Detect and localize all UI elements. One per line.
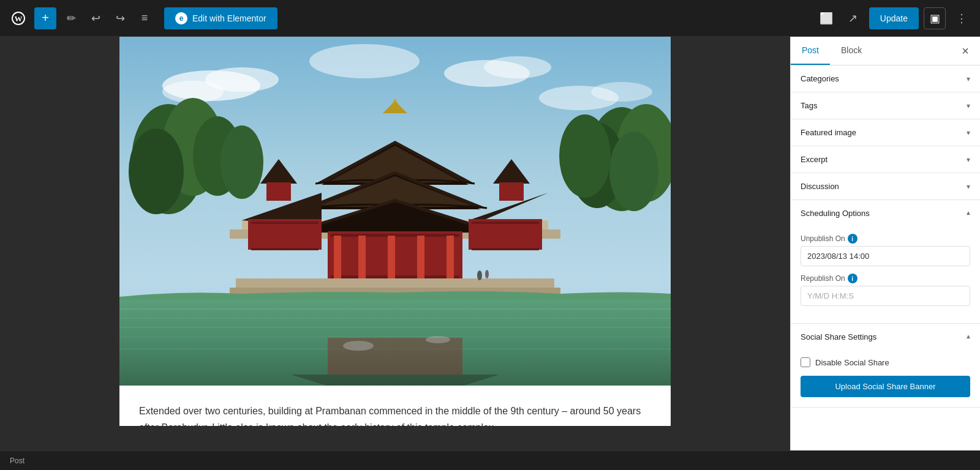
list-view-button[interactable]: ≡ [135,9,154,28]
svg-point-67 [477,270,482,280]
disable-social-share-checkbox[interactable] [801,357,810,367]
panel-featured-image: Featured image ▾ [791,119,980,146]
status-post-label: Post [10,457,24,465]
redo-icon: ↪ [116,12,125,25]
sidebar-close-button[interactable]: × [957,42,974,59]
panel-tags: Tags ▾ [791,92,980,119]
svg-rect-52 [499,182,524,201]
svg-point-20 [559,114,611,198]
panel-scheduling-options-body: Unpublish On i Republish On i [791,226,980,323]
tab-block[interactable]: Block [830,37,873,65]
wp-logo: W [7,7,29,29]
svg-rect-38 [388,236,395,278]
svg-point-68 [485,270,489,278]
tab-post[interactable]: Post [791,37,830,65]
republish-on-label: Republish On i [801,274,970,283]
desktop-view-button[interactable]: ⬜ [815,7,837,29]
upload-social-share-banner-button[interactable]: Upload Social Share Banner [801,376,970,397]
pencil-icon: ✏ [67,12,76,25]
status-bar: Post [0,450,980,470]
panel-featured-image-title: Featured image [801,128,856,137]
undo-icon: ↩ [91,12,100,25]
chevron-down-icon: ▾ [967,129,970,137]
panel-social-share-settings-title: Social Share Settings [801,332,876,341]
svg-marker-63 [291,375,499,386]
panel-discussion-title: Discussion [801,182,839,191]
main-layout: Extended over two centuries, building at… [0,37,980,450]
topbar-right: ⬜ ↗ Update ▣ ⋮ [815,7,973,29]
close-icon: × [962,44,969,58]
panel-categories-header[interactable]: Categories ▾ [791,65,980,92]
svg-rect-39 [417,236,424,278]
svg-rect-44 [251,248,318,250]
svg-point-9 [591,82,652,102]
list-icon: ≡ [141,12,148,24]
plus-icon: + [42,11,49,25]
svg-point-10 [309,44,420,78]
chevron-down-icon: ▾ [967,102,970,110]
chevron-down-icon: ▾ [967,75,970,83]
svg-point-15 [221,125,263,199]
sidebar-tabs: Post Block × [791,37,980,65]
svg-point-65 [343,341,374,351]
panel-social-share-settings: Social Share Settings ▾ Disable Social S… [791,324,980,408]
svg-point-19 [609,132,658,211]
panel-tags-title: Tags [801,101,817,110]
panel-scheduling-options-title: Scheduling Options [801,209,870,218]
sidebar-toggle-button[interactable]: ▣ [924,7,946,29]
edit-tool-button[interactable]: ✏ [61,9,81,28]
svg-rect-47 [472,222,539,224]
featured-image [119,37,671,386]
desktop-icon: ⬜ [820,12,833,25]
panel-excerpt: Excerpt ▾ [791,146,980,173]
svg-point-7 [484,56,551,78]
panel-categories: Categories ▾ [791,65,980,92]
elementor-label: Edit with Elementor [192,13,266,23]
disable-social-share-row: Disable Social Share [801,357,970,367]
redo-button[interactable]: ↪ [110,9,130,28]
post-text: Extended over two centuries, building at… [119,386,671,436]
svg-text:W: W [15,13,23,23]
svg-rect-48 [472,248,539,250]
panel-scheduling-options: Scheduling Options ▾ Unpublish On i Repu… [791,200,980,324]
ellipsis-icon: ⋮ [956,12,967,25]
panel-discussion-header[interactable]: Discussion ▾ [791,173,980,200]
sidebar: Post Block × Categories ▾ Tags ▾ Feature… [790,37,980,450]
svg-point-13 [129,129,184,214]
panel-discussion: Discussion ▾ [791,173,980,200]
external-link-icon: ↗ [848,12,858,25]
panel-social-share-settings-body: Disable Social Share Upload Social Share… [791,350,980,407]
chevron-down-icon: ▾ [967,155,970,164]
chevron-down-icon: ▾ [967,182,970,191]
svg-rect-50 [266,182,291,201]
panel-scheduling-options-header[interactable]: Scheduling Options ▾ [791,200,980,226]
republish-on-info-icon[interactable]: i [848,274,858,283]
update-button[interactable]: Update [869,7,919,29]
svg-rect-43 [251,222,318,224]
panel-featured-image-header[interactable]: Featured image ▾ [791,119,980,146]
topbar: W + ✏ ↩ ↪ ≡ e Edit with Elementor ⬜ ↗ Up… [0,0,980,37]
svg-point-66 [426,336,450,343]
republish-on-input[interactable] [801,286,970,306]
elementor-icon: e [175,12,187,24]
post-content: Extended over two centuries, building at… [119,37,671,426]
svg-rect-36 [334,236,341,278]
edit-with-elementor-button[interactable]: e Edit with Elementor [164,7,277,29]
disable-social-share-label[interactable]: Disable Social Share [815,358,889,367]
sidebar-toggle-icon: ▣ [930,12,940,25]
unpublish-on-info-icon[interactable]: i [848,234,858,244]
post-body-text: Extended over two centuries, building at… [139,403,651,436]
svg-rect-37 [358,236,366,278]
more-options-button[interactable]: ⋮ [951,7,973,29]
external-link-button[interactable]: ↗ [842,7,864,29]
svg-rect-40 [447,236,454,278]
unpublish-on-input[interactable] [801,246,970,266]
panel-social-share-settings-header[interactable]: Social Share Settings ▾ [791,324,980,350]
chevron-up-icon: ▾ [967,209,970,218]
panel-categories-title: Categories [801,74,839,83]
chevron-up-icon: ▾ [967,333,970,341]
panel-tags-header[interactable]: Tags ▾ [791,92,980,119]
panel-excerpt-header[interactable]: Excerpt ▾ [791,146,980,173]
undo-button[interactable]: ↩ [86,9,105,28]
add-block-button[interactable]: + [34,7,56,29]
